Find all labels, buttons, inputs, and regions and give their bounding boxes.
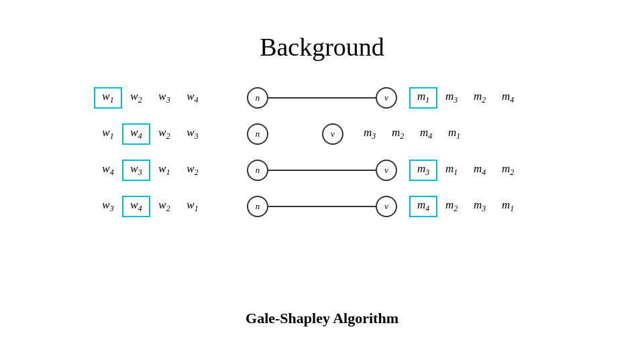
m-label-r1-0: m3: [356, 126, 384, 141]
diagram-area: w1w2w3w4nvm1m3m2m4w1w4w2w3nvm3m2m4m1w4w3…: [94, 87, 550, 232]
node-m-1: v: [322, 123, 343, 145]
w-label-r3-3: w1: [178, 198, 207, 214]
node-w-0: n: [247, 87, 268, 109]
m-label-r0-1: m3: [437, 90, 466, 105]
diagram-row-1: w1w4w2w3nvm3m2m4m1: [94, 123, 550, 145]
node-w-3: n: [247, 196, 268, 217]
m-label-r2-0: m3: [409, 160, 437, 180]
node-m-2: v: [376, 160, 397, 181]
w-label-r1-1: w4: [122, 123, 150, 144]
w-label-r0-2: w3: [150, 90, 178, 105]
w-label-r3-2: w2: [150, 198, 178, 214]
m-label-r0-0: m1: [409, 87, 437, 108]
w-label-r3-1: w4: [122, 196, 150, 217]
connector-3: [268, 206, 376, 207]
m-label-r0-3: m4: [494, 90, 522, 105]
w-label-r0-0: w1: [94, 87, 122, 108]
diagram-row-3: w3w4w2w1nvm4m2m3m1: [94, 196, 550, 217]
node-m-0: v: [376, 87, 397, 109]
w-label-r1-3: w3: [178, 126, 207, 141]
m-label-r3-1: m2: [437, 198, 466, 214]
w-label-r2-3: w2: [178, 162, 207, 178]
w-label-r0-1: w2: [122, 90, 150, 105]
m-label-r1-1: m2: [384, 126, 412, 141]
connector-1: [268, 133, 322, 135]
m-label-r3-2: m3: [466, 198, 494, 214]
w-label-r2-0: w4: [94, 162, 122, 178]
node-w-2: n: [247, 160, 268, 181]
w-label-r1-2: w2: [150, 126, 178, 141]
connector-2: [268, 170, 376, 171]
m-label-r3-0: m4: [409, 196, 437, 217]
page-title: Background: [0, 32, 644, 62]
w-label-r1-0: w1: [94, 126, 122, 141]
w-label-r3-0: w3: [94, 198, 122, 214]
w-label-r0-3: w4: [178, 90, 207, 105]
m-label-r1-3: m1: [440, 126, 468, 141]
w-label-r2-2: w1: [150, 162, 178, 178]
subtitle: Gale-Shapley Algorithm: [0, 310, 644, 327]
diagram-row-0: w1w2w3w4nvm1m3m2m4: [94, 87, 550, 109]
node-w-1: n: [247, 123, 268, 145]
diagram-row-2: w4w3w1w2nvm3m1m4m2: [94, 160, 550, 181]
m-label-r2-2: m4: [466, 162, 494, 178]
m-label-r3-3: m1: [494, 198, 522, 214]
m-label-r0-2: m2: [466, 90, 494, 105]
connector-0: [268, 97, 376, 99]
m-label-r1-2: m4: [412, 126, 440, 141]
m-label-r2-3: m2: [494, 162, 522, 178]
m-label-r2-1: m1: [437, 162, 466, 178]
node-m-3: v: [376, 196, 397, 217]
w-label-r2-1: w3: [122, 160, 150, 180]
